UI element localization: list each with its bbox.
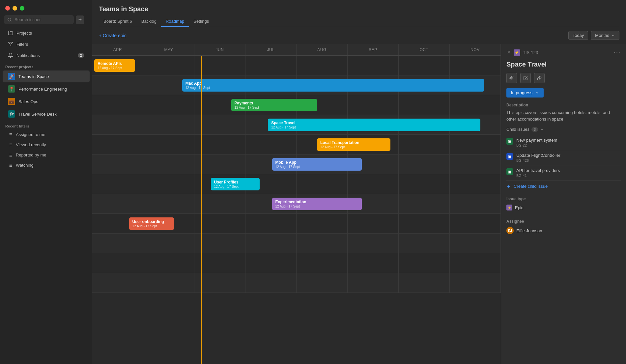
- filter-list-icon2: [8, 143, 13, 147]
- month-jun: JUN: [194, 44, 245, 55]
- tab-board[interactable]: Board: Sprint 6: [99, 16, 137, 27]
- sidebar-item-sales-ops[interactable]: 💼 Sales Ops: [3, 96, 90, 107]
- filter-reported-label: Reported by me: [16, 153, 46, 157]
- month-may: MAY: [143, 44, 194, 55]
- recent-filters-label: Recent filters: [0, 120, 92, 129]
- status-chevron-icon: [535, 91, 539, 95]
- notifications-badge: 2: [78, 53, 84, 58]
- sales-ops-icon: 💼: [8, 98, 15, 105]
- epic-bar-local-transportation[interactable]: Local Transportation 12 Aug - 17 Sept: [317, 138, 390, 151]
- child-issues-header: Child issues 3: [506, 127, 621, 132]
- epic-bar-mobile-app[interactable]: Mobile App 12 Aug - 17 Sept: [272, 158, 362, 171]
- epic-bar-user-profiles[interactable]: User Profiles 12 Aug - 17 Sept: [211, 178, 260, 190]
- months-button[interactable]: Months: [591, 31, 619, 40]
- timeline-row-1: Mac App 12 Aug - 17 Sept: [92, 75, 501, 95]
- toolbar-right: Today Months: [568, 31, 619, 40]
- sidebar-item-filters[interactable]: Filters: [3, 39, 90, 49]
- travel-service-desk-label: Travel Service Desk: [18, 112, 57, 117]
- more-options-button[interactable]: ···: [614, 49, 621, 56]
- sidebar-item-performance-engineering[interactable]: 📍 Performance Engineering: [3, 83, 90, 95]
- status-label: In progress: [511, 90, 532, 95]
- create-epic-button[interactable]: + Create epic: [99, 33, 127, 38]
- timeline-row-8: User onboarding 12 Aug - 17 Sept: [92, 214, 501, 234]
- today-button[interactable]: Today: [568, 31, 588, 40]
- filter-list-icon3: [8, 153, 13, 157]
- assignee-value: EJ Effie Johnson: [506, 227, 621, 234]
- month-sep: SEP: [348, 44, 399, 55]
- paperclip-icon: [509, 76, 514, 80]
- timeline-row-9: [92, 234, 501, 253]
- child-issue-1-text: New payment system BG-22: [516, 138, 557, 147]
- filter-assigned-to-me[interactable]: Assigned to me: [3, 130, 90, 139]
- issue-title: Space Travel: [506, 61, 621, 68]
- child-issue-3-icon: ▣: [506, 168, 513, 175]
- epic-bar-user-onboarding[interactable]: User onboarding 12 Aug - 17 Sept: [129, 217, 174, 230]
- months-label: Months: [595, 33, 609, 38]
- epic-bar-experimentation[interactable]: Experimentation 12 Aug - 17 Sept: [272, 198, 362, 210]
- plus-icon: [506, 184, 511, 189]
- child-issue-2[interactable]: ▣ Update FlightController BG-426: [506, 150, 621, 165]
- timeline-row-0: Remote APIs 12 Aug - 17 Sept: [92, 56, 501, 75]
- close-traffic-light[interactable]: [5, 6, 10, 11]
- sidebar-item-notifications[interactable]: Notifications 2: [3, 50, 90, 61]
- add-button[interactable]: +: [76, 15, 84, 24]
- teams-in-space-label: Teams in Space: [18, 74, 49, 79]
- timeline: APR MAY JUN JUL AUG SEP OCT NOV Remote A…: [92, 44, 501, 364]
- attachment-button[interactable]: [506, 73, 517, 83]
- tab-bar: Board: Sprint 6 Backlog Roadmap Settings: [99, 16, 619, 27]
- filter-viewed-recently[interactable]: Viewed recently: [3, 140, 90, 150]
- filter-watching[interactable]: Watching: [3, 160, 90, 170]
- search-icon: [7, 17, 12, 22]
- assignee-field: Assignee EJ Effie Johnson: [506, 214, 621, 234]
- month-nov: NOV: [450, 44, 501, 55]
- detail-close-button[interactable]: [506, 50, 511, 56]
- create-child-issue-button[interactable]: Create child issue: [506, 181, 548, 192]
- action-icons: [506, 73, 621, 83]
- tab-roadmap[interactable]: Roadmap: [161, 16, 189, 27]
- epic-bar-mac-app[interactable]: Mac App 12 Aug - 17 Sept: [182, 79, 485, 92]
- maximize-traffic-light[interactable]: [20, 6, 24, 11]
- sidebar-item-travel-service-desk[interactable]: 🗺 Travel Service Desk: [3, 108, 90, 120]
- child-issue-2-text: Update FlightController BG-426: [516, 153, 560, 162]
- month-jul: JUL: [245, 44, 297, 55]
- roadmap-container: APR MAY JUN JUL AUG SEP OCT NOV Remote A…: [92, 44, 626, 364]
- sidebar-item-teams-in-space[interactable]: 🚀 Teams in Space: [3, 70, 90, 82]
- close-icon: [506, 50, 511, 54]
- travel-service-desk-icon: 🗺: [8, 110, 15, 118]
- search-bar[interactable]: [4, 15, 74, 24]
- sidebar: + Projects Filters Notifications 2 Recen…: [0, 0, 92, 364]
- epic-bar-space-travel[interactable]: Space Travel 12 Aug - 17 Sept: [268, 119, 480, 131]
- search-input[interactable]: [14, 17, 71, 22]
- sales-ops-label: Sales Ops: [18, 99, 38, 104]
- child-issue-1[interactable]: ▣ New payment system BG-22: [506, 135, 621, 150]
- link-button[interactable]: [534, 73, 545, 83]
- child-issue-3-text: API for travel providers BG-41: [516, 168, 560, 178]
- status-button[interactable]: In progress: [506, 88, 544, 98]
- epic-bar-remote-apis[interactable]: Remote APIs 12 Aug - 17 Sept: [94, 59, 135, 72]
- tab-backlog[interactable]: Backlog: [137, 16, 161, 27]
- assignee-label: Assignee: [506, 219, 621, 224]
- timeline-row-5: Mobile App 12 Aug - 17 Sept: [92, 154, 501, 174]
- tab-settings[interactable]: Settings: [189, 16, 213, 27]
- main-content: Teams in Space Board: Sprint 6 Backlog R…: [92, 0, 626, 364]
- link-icon: [537, 76, 542, 80]
- issue-id: TIS-123: [523, 50, 538, 55]
- main-header: Teams in Space Board: Sprint 6 Backlog R…: [92, 0, 626, 27]
- filter-icon: [8, 42, 13, 47]
- child-issue-3[interactable]: ▣ API for travel providers BG-41: [506, 165, 621, 181]
- month-aug: AUG: [297, 44, 348, 55]
- minimize-traffic-light[interactable]: [13, 6, 17, 11]
- timeline-header: APR MAY JUN JUL AUG SEP OCT NOV: [92, 44, 501, 56]
- sidebar-item-projects[interactable]: Projects: [3, 28, 90, 38]
- create-child-label: Create child issue: [514, 184, 548, 189]
- issue-type-value: ⚡ Epic: [506, 205, 621, 210]
- folder-icon: [8, 30, 13, 36]
- assignee-avatar: EJ: [506, 227, 514, 234]
- recent-projects-label: Recent projects: [0, 61, 92, 70]
- issue-type-label: Issue type: [506, 197, 621, 201]
- epic-bar-payments[interactable]: Payments 12 Aug - 17 Sept: [231, 99, 317, 111]
- performance-engineering-icon: 📍: [8, 85, 15, 93]
- teams-in-space-icon: 🚀: [8, 73, 15, 80]
- filter-reported-by-me[interactable]: Reported by me: [3, 150, 90, 160]
- checklist-button[interactable]: [520, 73, 531, 83]
